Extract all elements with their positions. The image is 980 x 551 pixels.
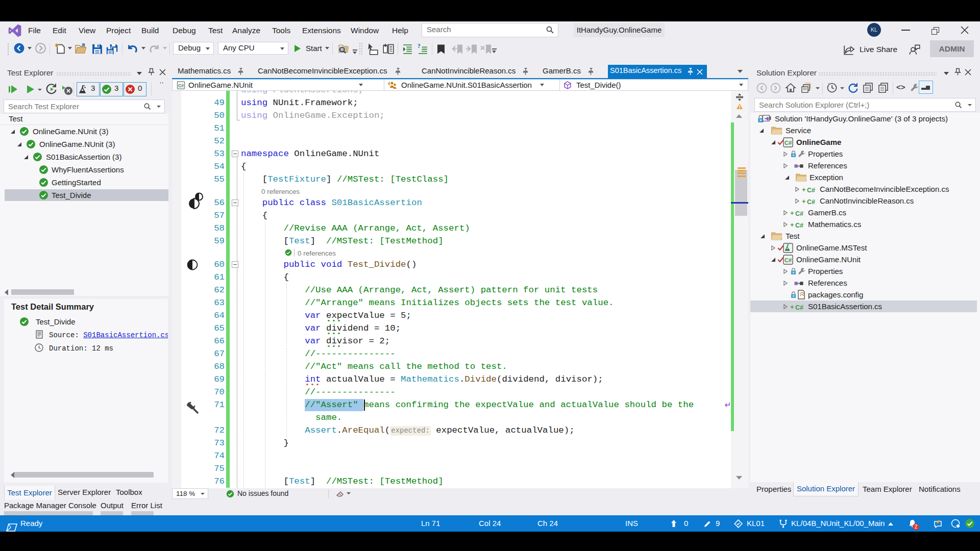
svg-text:?: ? bbox=[418, 43, 421, 49]
